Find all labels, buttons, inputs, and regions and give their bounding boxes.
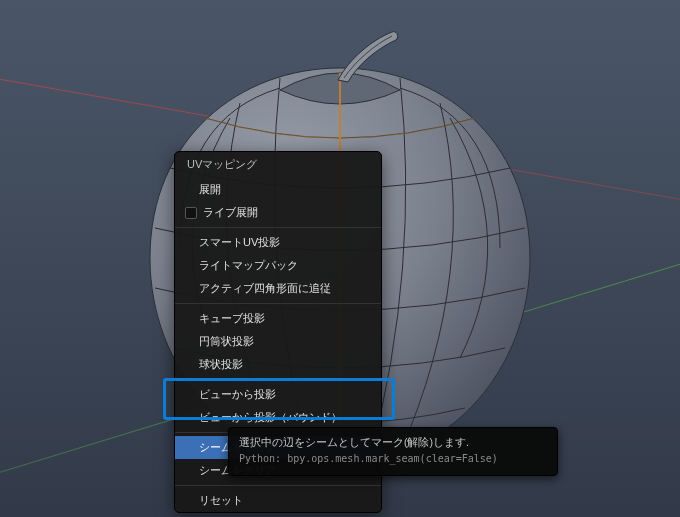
- menu-item-follow-quads[interactable]: アクティブ四角形面に追従: [175, 277, 381, 300]
- menu-item-from-view[interactable]: ビューから投影: [175, 383, 381, 406]
- menu-item-label: ライブ展開: [203, 205, 258, 220]
- menu-item-unwrap[interactable]: 展開: [175, 178, 381, 201]
- menu-item-reset[interactable]: リセット: [175, 489, 381, 512]
- menu-separator: [175, 303, 381, 304]
- menu-item-from-view-bounds[interactable]: ビューから投影（バウンド）: [175, 406, 381, 429]
- menu-item-lightmap[interactable]: ライトマップパック: [175, 254, 381, 277]
- menu-item-smart-uv[interactable]: スマートUV投影: [175, 231, 381, 254]
- menu-separator: [175, 379, 381, 380]
- tooltip-mark-seam: 選択中の辺をシームとしてマーク(解除)します. Python: bpy.ops.…: [228, 427, 558, 476]
- menu-title: UVマッピング: [175, 152, 381, 178]
- checkbox-icon: [185, 207, 197, 219]
- menu-item-sphere[interactable]: 球状投影: [175, 353, 381, 376]
- menu-separator: [175, 485, 381, 486]
- menu-item-live-unwrap[interactable]: ライブ展開: [175, 201, 381, 224]
- menu-item-cube[interactable]: キューブ投影: [175, 307, 381, 330]
- menu-separator: [175, 227, 381, 228]
- tooltip-description: 選択中の辺をシームとしてマーク(解除)します.: [239, 435, 547, 450]
- menu-item-cylinder[interactable]: 円筒状投影: [175, 330, 381, 353]
- tooltip-python: Python: bpy.ops.mesh.mark_seam(clear=Fal…: [239, 452, 547, 467]
